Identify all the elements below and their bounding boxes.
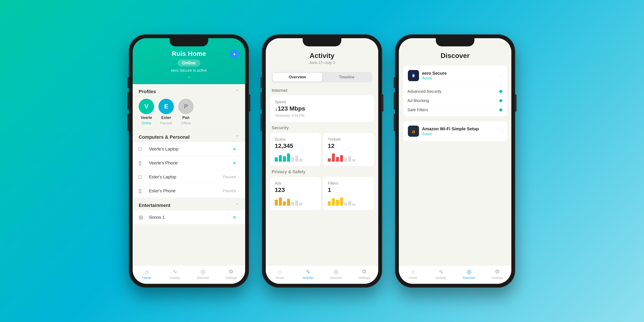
speed-card: Speed ↓123 Mbps Yesterday, 4:04 PM <box>270 96 374 122</box>
tab-overview[interactable]: Overview <box>273 73 322 82</box>
laptop-icon: □ <box>139 146 146 152</box>
ads-chart <box>275 196 316 206</box>
profile-status-pan: Offline <box>181 121 191 125</box>
discover-nav-icon: ◎ <box>200 268 206 275</box>
filters-card: Filters 1 <box>323 177 374 210</box>
activity-title: Activity <box>272 50 372 60</box>
feature-advanced-security: Advanced Security <box>408 87 507 96</box>
wifi-icon: ≋ <box>233 160 236 166</box>
nav-activity[interactable]: ∿ Activity <box>161 268 189 280</box>
eero-secure-subtitle: eero Secure is active <box>171 68 207 73</box>
device-veerles-laptop[interactable]: □ Veerle's Laptop ≋ › <box>133 142 245 156</box>
notch-2 <box>303 38 341 46</box>
speed-time: Yesterday, 4:04 PM <box>275 114 369 118</box>
add-button[interactable]: + <box>230 49 239 59</box>
nav-discover-label: Discover <box>197 276 209 280</box>
device-name: Ester's Laptop <box>149 174 223 180</box>
eero-secure-status: Active <box>422 76 501 80</box>
entertainment-section-header: Entertainment ⌃ <box>133 198 245 210</box>
profile-name-pan: Pan <box>182 116 189 120</box>
nav-activity-label: Activity <box>436 276 446 280</box>
online-badge: Online <box>178 60 200 66</box>
device-name: Veerle's Phone <box>149 160 233 166</box>
chevron-right-icon: › <box>238 174 239 180</box>
nav-discover[interactable]: ◎ Discover <box>455 268 483 280</box>
nav-settings-label: Settings <box>491 276 503 280</box>
chevron-right-icon: › <box>501 73 502 78</box>
scans-card: Scans 12,345 <box>270 133 321 166</box>
profile-pan[interactable]: P Pan Offline <box>178 99 194 125</box>
activity-nav-icon: ∿ <box>439 268 444 275</box>
active-dot <box>499 108 502 112</box>
nav-settings-label: Settings <box>225 276 237 280</box>
entertainment-collapse-icon[interactable]: ⌃ <box>235 203 239 208</box>
eero-secure-icon <box>408 70 419 81</box>
nav-settings[interactable]: ⚙ Settings <box>483 268 511 280</box>
chevron-right-icon: › <box>501 128 502 134</box>
chevron-right-icon: › <box>238 215 239 220</box>
eero-secure-item[interactable]: eero Secure Active › <box>403 66 507 86</box>
internet-label: Internet <box>266 86 378 94</box>
computers-collapse-icon[interactable]: ⌃ <box>235 134 239 140</box>
amazon-item[interactable]: a Amazon Wi-Fi Simple Setup Active › <box>403 121 507 141</box>
activity-nav-icon: ∿ <box>306 268 310 275</box>
nav-activity[interactable]: ∿ Activity <box>294 268 322 280</box>
discover-title: Discover <box>405 50 505 60</box>
phone-icon: ▯ <box>139 188 146 194</box>
profile-ester[interactable]: E Ester Paused <box>158 99 174 125</box>
nav-settings[interactable]: ⚙ Settings <box>350 268 378 280</box>
phone-2: Activity June 27–July 3 Overview Timelin… <box>262 34 382 288</box>
nav-home[interactable]: ⌂ Home <box>133 268 161 280</box>
feature-safe-filters: Safe Filters <box>408 106 507 114</box>
profile-status-veerle: Online <box>142 121 151 125</box>
nav-settings-label: Settings <box>358 276 370 280</box>
privacy-cards: Ads 123 Filters <box>270 177 374 210</box>
profile-name-ester: Ester <box>161 116 171 120</box>
discover-nav-icon: ◎ <box>467 268 472 275</box>
profile-veerle[interactable]: V Veerle Online <box>139 99 154 125</box>
nav-home[interactable]: ⌂ Home <box>266 268 294 280</box>
wifi-icon: ≋ <box>233 146 236 152</box>
activity-nav-icon: ∿ <box>172 268 177 275</box>
security-label: Security <box>266 123 378 132</box>
scans-chart <box>275 152 316 162</box>
device-name: Ester's Phone <box>149 188 223 194</box>
home-content: Profiles ⌃ V Veerle Online E Ester Pause… <box>133 84 245 266</box>
nav-settings[interactable]: ⚙ Settings <box>217 268 245 280</box>
tab-switcher: Overview Timeline <box>272 72 372 82</box>
device-veerles-phone[interactable]: ▯ Veerle's Phone ≋ › <box>133 156 245 170</box>
nav-activity-label: Activity <box>170 276 180 280</box>
device-esters-phone[interactable]: ▯ Ester's Phone Paused › <box>133 184 245 198</box>
device-sonos[interactable]: ◎ Sonos 1 ≋ › <box>133 210 245 224</box>
phone-icon: ▯ <box>139 160 146 166</box>
phones-container: Ruis Home + Online eero Secure is active… <box>129 34 515 288</box>
nav-home-label: Home <box>142 276 151 280</box>
profiles-collapse-icon[interactable]: ⌃ <box>235 89 239 94</box>
ads-value: 123 <box>275 186 316 194</box>
nav-home[interactable]: ⌂ Home <box>399 268 427 280</box>
nav-activity-label: Activity <box>303 276 313 280</box>
profile-name-veerle: Veerle <box>140 116 152 120</box>
threats-card: Threats 12 <box>323 133 374 166</box>
home-bottom-nav: ⌂ Home ∿ Activity ◎ Discover ⚙ Settings <box>133 266 245 284</box>
nav-activity[interactable]: ∿ Activity <box>427 268 455 280</box>
feature-label: Safe Filters <box>408 108 499 112</box>
tab-timeline[interactable]: Timeline <box>322 73 371 82</box>
chevron-right-icon: › <box>238 146 239 152</box>
filters-chart <box>328 196 369 206</box>
settings-nav-icon: ⚙ <box>362 268 367 275</box>
threats-value: 12 <box>328 142 369 150</box>
amazon-name: Amazon Wi-Fi Simple Setup <box>422 126 501 132</box>
feature-ad-blocking: Ad Blocking <box>408 96 507 106</box>
security-cards: Scans 12,345 Threats <box>270 133 374 166</box>
chevron-down-icon[interactable]: ⌄ <box>187 74 191 79</box>
nav-discover[interactable]: ◎ Discover <box>322 268 350 280</box>
device-esters-laptop[interactable]: □ Ester's Laptop Paused › <box>133 170 245 184</box>
nav-home-label: Home <box>408 276 417 280</box>
eero-secure-name: eero Secure <box>422 71 501 76</box>
phone-3: Discover eero Secure <box>395 34 515 288</box>
activity-date: June 27–July 3 <box>272 60 372 65</box>
profiles-label: Profiles <box>139 89 156 94</box>
nav-discover[interactable]: ◎ Discover <box>189 268 217 280</box>
scans-label: Scans <box>275 137 316 142</box>
